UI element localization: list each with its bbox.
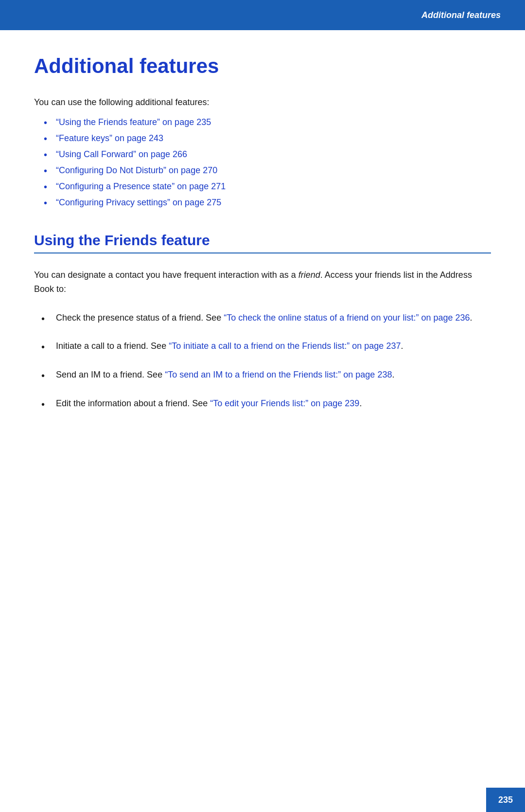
feature-link-4[interactable]: “Configuring Do Not Disturb” on page 270 (56, 165, 217, 175)
detail-item-4-prefix: Edit the information about a friend. See (56, 398, 210, 408)
main-content: Additional features You can use the foll… (0, 30, 525, 464)
list-item: “Configuring Privacy settings” on page 2… (44, 198, 491, 208)
detail-item-1-link[interactable]: “To check the online status of a friend … (224, 313, 470, 323)
section-intro-italic: friend (298, 270, 320, 280)
detail-item-3-prefix: Send an IM to a friend. See (56, 370, 165, 379)
header-title: Additional features (421, 10, 501, 20)
feature-list: “Using the Friends feature” on page 235 … (34, 117, 491, 208)
intro-text: You can use the following additional fea… (34, 97, 491, 108)
list-item: Initiate a call to a friend. See “To ini… (39, 339, 491, 353)
feature-link-2[interactable]: “Feature keys” on page 243 (56, 133, 163, 143)
feature-link-5[interactable]: “Configuring a Presence state” on page 2… (56, 181, 226, 191)
detail-item-2-link[interactable]: “To initiate a call to a friend on the F… (169, 341, 401, 351)
detail-item-3-suffix: . (392, 370, 394, 379)
page-title: Additional features (34, 54, 491, 78)
feature-link-1[interactable]: “Using the Friends feature” on page 235 (56, 117, 211, 127)
section-heading: Using the Friends feature (34, 232, 491, 253)
section-intro: You can designate a contact you have fre… (34, 268, 491, 296)
detail-item-2-suffix: . (401, 341, 403, 351)
detail-item-1-prefix: Check the presence status of a friend. S… (56, 313, 224, 323)
page-footer: 235 (486, 788, 525, 812)
header-bar: Additional features (0, 0, 525, 30)
list-item: “Using Call Forward” on page 266 (44, 149, 491, 160)
list-item: “Using the Friends feature” on page 235 (44, 117, 491, 127)
list-item: “Feature keys” on page 243 (44, 133, 491, 144)
detail-list: Check the presence status of a friend. S… (34, 311, 491, 411)
detail-item-2-prefix: Initiate a call to a friend. See (56, 341, 169, 351)
detail-item-4-suffix: . (359, 398, 362, 408)
feature-link-6[interactable]: “Configuring Privacy settings” on page 2… (56, 198, 221, 207)
list-item: Edit the information about a friend. See… (39, 397, 491, 411)
page-number: 235 (498, 795, 513, 805)
list-item: Send an IM to a friend. See “To send an … (39, 368, 491, 382)
detail-item-1-suffix: . (470, 313, 472, 323)
list-item: “Configuring Do Not Disturb” on page 270 (44, 165, 491, 176)
list-item: “Configuring a Presence state” on page 2… (44, 181, 491, 192)
section-intro-part1: You can designate a contact you have fre… (34, 270, 298, 280)
list-item: Check the presence status of a friend. S… (39, 311, 491, 325)
feature-link-3[interactable]: “Using Call Forward” on page 266 (56, 149, 187, 159)
detail-item-3-link[interactable]: “To send an IM to a friend on the Friend… (165, 370, 392, 379)
detail-item-4-link[interactable]: “To edit your Friends list:” on page 239 (210, 398, 359, 408)
